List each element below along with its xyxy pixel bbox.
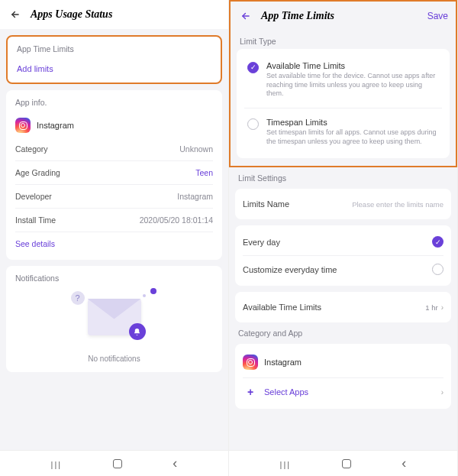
notifications-card: Notifications ? No notifications — [6, 266, 222, 372]
available-time-limits-row[interactable]: Available Time Limits 1 hr › — [235, 292, 451, 322]
section-limit-type: Limit Type — [240, 37, 447, 46]
schedule-card: Every day Customize everyday time — [235, 225, 451, 286]
app-row[interactable]: Instagram — [243, 350, 443, 374]
limit-type-card: Available Time Limits Set available time… — [237, 49, 450, 158]
card-heading: Notifications — [15, 274, 213, 283]
pane-apps-usage-status: Apps Usage Status App Time Limits Add li… — [0, 0, 229, 476]
no-notifications-caption: No notifications — [15, 351, 213, 364]
nav-home-icon[interactable] — [342, 459, 351, 468]
section-limit-settings: Limit Settings — [238, 173, 448, 183]
nav-back-icon[interactable] — [402, 455, 406, 471]
option-available-time-limits[interactable]: Available Time Limits Set available time… — [244, 55, 442, 105]
select-apps-label: Select Apps — [264, 387, 432, 397]
row-value: Teen — [195, 168, 213, 177]
card-heading: App Time Limits — [17, 44, 211, 53]
limits-name-input[interactable]: Please enter the limits name — [352, 200, 443, 209]
option-title: Timespan Limits — [266, 118, 439, 127]
row-value: Unknown — [179, 144, 213, 154]
save-button[interactable]: Save — [427, 11, 448, 21]
row-value: 2020/05/20 18:01:14 — [140, 215, 213, 225]
row-value: 1 hr — [425, 303, 437, 312]
back-arrow-icon[interactable] — [238, 11, 253, 21]
option-label: Customize everyday time — [243, 265, 337, 274]
back-arrow-icon[interactable] — [8, 9, 23, 20]
limits-name-card[interactable]: Limits Name Please enter the limits name — [235, 189, 451, 219]
chevron-right-icon: › — [441, 303, 443, 312]
option-customize-everyday-time[interactable]: Customize everyday time — [243, 259, 443, 280]
page-title: App Time Limits — [261, 10, 427, 22]
radio-unchecked-icon — [432, 264, 443, 275]
row-label: Available Time Limits — [243, 303, 321, 312]
option-description: Set available time for the device. Canno… — [266, 72, 439, 99]
app-name: Instagram — [37, 121, 74, 130]
checkmark-icon — [432, 236, 443, 248]
android-navbar — [0, 450, 228, 476]
no-notifications-illustration: ? — [15, 283, 213, 351]
chevron-right-icon: › — [441, 388, 443, 397]
header: App Time Limits Save — [231, 2, 456, 31]
option-description: Set timespan limits for all apps. Cannot… — [266, 128, 439, 146]
row-category: Category Unknown — [15, 138, 213, 160]
add-limits-link[interactable]: Add limits — [17, 64, 211, 73]
app-info-card: App info. Instagram Category Unknown Age… — [6, 90, 222, 260]
radio-unchecked-icon — [247, 118, 259, 130]
limits-name-label: Limits Name — [243, 199, 289, 209]
option-title: Available Time Limits — [266, 61, 439, 70]
nav-back-icon[interactable] — [173, 455, 177, 471]
category-app-card: Instagram + Select Apps › — [235, 344, 451, 409]
bell-icon — [129, 323, 146, 340]
select-apps-row[interactable]: + Select Apps › — [243, 381, 443, 403]
decorative-dot-icon — [150, 288, 156, 294]
app-name: Instagram — [264, 358, 443, 367]
android-navbar — [229, 450, 457, 476]
option-timespan-limits[interactable]: Timespan Limits Set timespan limits for … — [244, 108, 442, 152]
card-heading: App info. — [15, 98, 213, 107]
page-title: Apps Usage Status — [31, 8, 221, 21]
section-category-and-app: Category and App — [238, 329, 448, 338]
question-bubble-icon: ? — [71, 291, 85, 305]
radio-checked-icon — [247, 62, 259, 73]
row-label: Developer — [15, 192, 52, 201]
row-install-time: Install Time 2020/05/20 18:01:14 — [15, 208, 213, 232]
pane-app-time-limits: App Time Limits Save Limit Type Availabl… — [229, 0, 458, 476]
option-label: Every day — [243, 238, 280, 247]
row-developer: Developer Instagram — [15, 184, 213, 208]
option-every-day[interactable]: Every day — [243, 232, 443, 252]
see-details-link[interactable]: See details — [15, 239, 55, 248]
instagram-icon — [15, 118, 31, 133]
row-label: Install Time — [15, 215, 56, 225]
instagram-icon — [243, 355, 258, 370]
nav-home-icon[interactable] — [113, 459, 122, 468]
row-label: Category — [15, 144, 48, 154]
row-value: Instagram — [177, 192, 213, 201]
nav-recent-icon[interactable] — [51, 458, 63, 470]
header: Apps Usage Status — [0, 0, 228, 29]
row-age-grading: Age Grading Teen — [15, 160, 213, 184]
row-label: Age Grading — [15, 168, 60, 177]
nav-recent-icon[interactable] — [280, 458, 292, 470]
app-time-limits-card[interactable]: App Time Limits Add limits — [6, 35, 222, 84]
plus-icon: + — [243, 386, 258, 398]
app-row: Instagram — [15, 113, 213, 138]
